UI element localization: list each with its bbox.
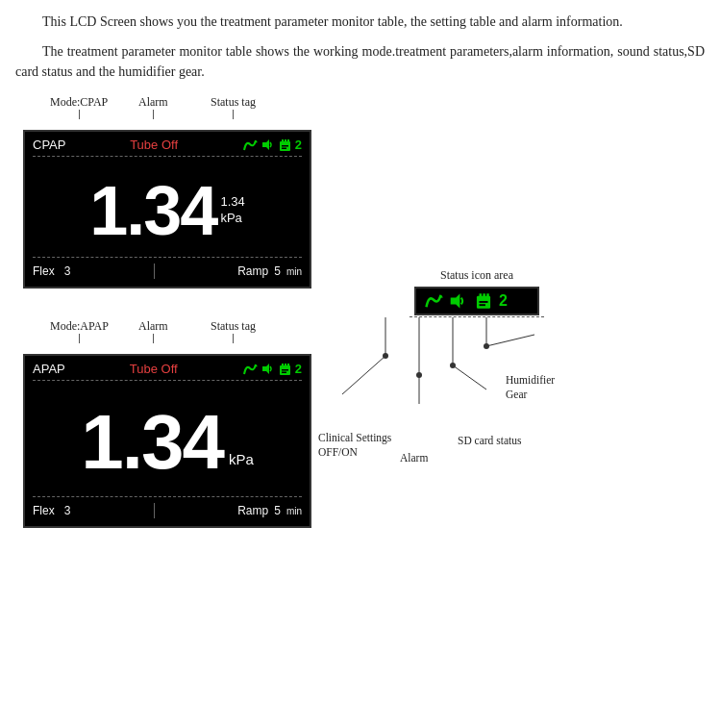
apap-big-number: 1.34 [81,404,223,481]
svg-rect-11 [282,364,284,367]
cpap-small-unit: 1.34 kPa [220,194,244,227]
svg-rect-7 [282,147,286,149]
cpap-flex-value: 3 [64,264,71,278]
apap-top-bar: APAP Tube Off [33,362,302,376]
svg-rect-15 [282,371,286,373]
apap-divider-top [33,380,302,381]
svg-rect-23 [480,304,485,306]
cpap-alarm-display: Tube Off [130,138,178,152]
right-column: Status icon area [352,95,705,528]
status-tag-label-cpap: Status tag [211,95,256,110]
humidifier-icon-apap: 2 [295,362,302,376]
cpap-ramp-unit: min [286,266,302,277]
apap-ramp-value: 5 [274,504,281,517]
apap-bottom-divider [154,503,155,518]
cpap-divider-top [33,156,302,157]
intro-para1: This LCD Screen shows you the treatment … [15,12,705,32]
humidifier-icon-status: 2 [499,292,508,310]
svg-rect-20 [483,293,485,298]
clinical-icon-apap [242,363,258,376]
clinical-icon-cpap [242,138,258,152]
svg-marker-9 [262,364,269,374]
sd-annot: SD card status [458,435,521,446]
apap-alarm-display: Tube Off [130,362,178,376]
sound-icon-status [449,292,468,310]
status-icon-area-label: Status icon area [440,268,513,283]
status-area-container: Status icon area [371,268,583,365]
alarm-annot: Alarm [400,452,428,464]
apap-ramp-unit: min [286,506,302,516]
cpap-ramp-label: Ramp [237,264,268,278]
cpap-flex-label: Flex [33,264,55,278]
apap-divider-bottom [33,496,302,497]
sd-icon-apap [279,363,291,376]
left-column: Mode:CPAP Alarm Status tag CPAP T [15,95,352,528]
svg-line-35 [486,335,534,346]
apap-status-icons: 2 [242,362,302,376]
mode-cpap-label: Mode:CPAP [50,95,108,110]
status-tag-label-apap: Status tag [211,319,256,334]
cpap-bottom-divider [154,264,155,279]
cpap-bottom-right: Ramp 5 min [237,264,302,278]
cpap-small-number: 1.34 [220,194,244,211]
cpap-top-bar: CPAP Tube Off [33,138,302,152]
intro-para2: The treatment parameter monitor table sh… [15,41,705,82]
apap-main-value: 1.34 kPa [33,385,302,492]
apap-mode-display: APAP [33,362,65,376]
status-icon-box: 2 [414,287,539,315]
svg-marker-17 [451,293,460,308]
sound-icon-cpap [261,138,275,151]
clinical-settings-annot: Clinical SettingsOFF/ON [318,431,391,460]
cpap-block: Mode:CPAP Alarm Status tag CPAP T [15,95,352,289]
apap-lcd-screen: APAP Tube Off [23,354,311,528]
apap-flex-value: 3 [64,504,71,517]
apap-block: Mode:APAP Alarm Status tag APAP Tube Off [15,319,352,528]
cpap-ramp-value: 5 [274,264,281,278]
sd-icon-status [474,292,493,310]
apap-bottom-right: Ramp 5 min [237,504,302,517]
svg-rect-13 [287,364,289,367]
svg-line-34 [453,365,486,389]
sd-icon-cpap [279,138,291,152]
svg-rect-19 [480,293,483,298]
cpap-bottom-bar: Flex 3 Ramp 5 min [33,262,302,281]
cpap-lcd-screen: CPAP Tube Off [23,130,311,289]
apap-ramp-label: Ramp [237,504,268,517]
cpap-status-icons: 2 [242,138,302,152]
sound-icon-apap [261,363,275,375]
alarm-label-cpap: Alarm [138,95,168,110]
svg-rect-6 [282,145,288,147]
cpap-divider-bottom [33,257,302,258]
svg-rect-21 [486,293,489,298]
cpap-bottom-left: Flex 3 [33,264,70,278]
alarm-label-apap: Alarm [138,319,168,334]
cpap-main-value: 1.34 1.34 kPa [33,161,302,253]
clinical-icon-status [424,292,443,310]
svg-rect-5 [287,139,289,143]
humidifier-annot: HumidifierGear [506,373,555,402]
mode-apap-label: Mode:APAP [50,319,109,334]
svg-rect-22 [480,301,488,303]
apap-unit: kPa [229,451,254,467]
svg-marker-1 [262,139,269,150]
main-layout: Mode:CPAP Alarm Status tag CPAP T [15,95,705,528]
humidifier-icon-cpap: 2 [295,138,302,152]
cpap-unit: kPa [220,211,241,227]
apap-bottom-bar: Flex 3 Ramp 5 min [33,501,302,520]
svg-rect-3 [282,139,284,143]
svg-rect-4 [285,139,286,143]
svg-rect-12 [285,364,286,367]
cpap-big-number: 1.34 [89,176,216,245]
apap-flex-label: Flex [33,504,55,517]
cpap-mode-display: CPAP [33,138,65,152]
apap-bottom-left: Flex 3 [33,504,70,517]
svg-rect-14 [282,369,288,371]
